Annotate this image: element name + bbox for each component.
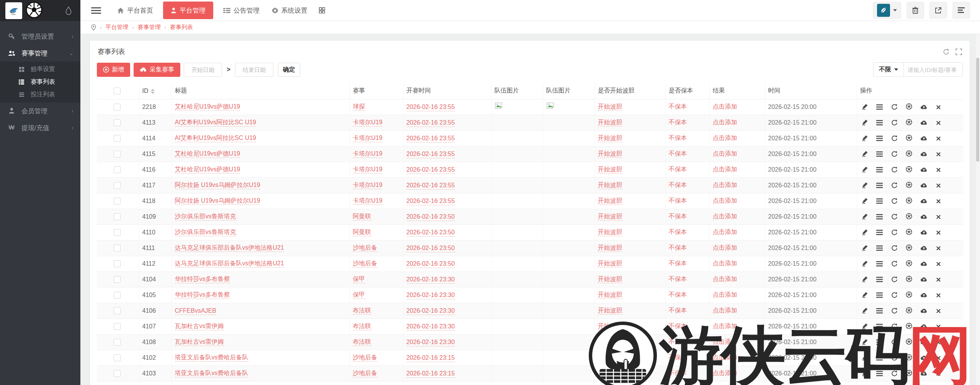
guarantee-link[interactable]: 不保本	[669, 103, 687, 110]
league-link[interactable]: 卡塔尔U19	[353, 182, 382, 189]
kickoff-time-link[interactable]: 2026-02-16 23:55	[407, 151, 455, 158]
edit-icon[interactable]	[860, 196, 870, 205]
soccer-icon[interactable]	[904, 275, 914, 284]
user-avatar-dropdown[interactable]	[873, 2, 901, 19]
match-title-link[interactable]: 华拉特莎vs多布鲁察	[175, 276, 230, 283]
league-link[interactable]: 阿曼联	[353, 229, 371, 236]
add-result-link[interactable]: 点击添加	[713, 370, 737, 376]
list-icon[interactable]	[875, 181, 885, 190]
row-checkbox[interactable]	[114, 166, 121, 173]
kickoff-time-link[interactable]: 2026-02-16 23:50	[407, 245, 455, 252]
kickoff-time-link[interactable]: 2026-02-16 23:30	[407, 276, 455, 284]
kickoff-time-link[interactable]: 2026-02-16 23:50	[407, 260, 455, 268]
start-odds-link[interactable]: 开始波胆	[598, 354, 622, 362]
list-icon[interactable]	[875, 212, 885, 221]
guarantee-link[interactable]: 不保本	[669, 307, 687, 314]
row-checkbox[interactable]	[114, 339, 121, 346]
list-icon[interactable]	[875, 369, 885, 378]
add-result-link[interactable]: 点击添加	[713, 213, 737, 219]
soccer-icon[interactable]	[904, 196, 914, 205]
start-odds-link[interactable]: 开始波胆	[598, 166, 622, 174]
soccer-icon[interactable]	[904, 322, 914, 331]
delete-icon[interactable]	[934, 213, 944, 222]
cloud-upload-icon[interactable]	[919, 102, 929, 112]
soccer-icon[interactable]	[904, 337, 914, 346]
list-icon[interactable]	[875, 244, 885, 253]
guarantee-link[interactable]: 不保本	[669, 276, 687, 282]
league-link[interactable]: 卡塔尔U19	[353, 150, 382, 158]
delete-icon[interactable]	[934, 291, 944, 300]
match-title-link[interactable]: 塔亚文后备队vs费哈后备队	[175, 354, 248, 362]
match-title-link[interactable]: 艾杜哈尼U19vs萨德U19	[175, 166, 240, 174]
end-date-input[interactable]	[235, 63, 273, 77]
start-odds-link[interactable]: 开始波胆	[598, 119, 622, 127]
brand-logo[interactable]	[5, 2, 22, 19]
start-odds-link[interactable]: 开始波胆	[598, 291, 622, 299]
cloud-upload-icon[interactable]	[919, 212, 929, 221]
edit-icon[interactable]	[860, 353, 870, 362]
edit-icon[interactable]	[860, 275, 870, 284]
refresh-icon[interactable]	[889, 306, 899, 315]
match-title-link[interactable]: AI艾希利U19vs阿拉比SC U19	[175, 135, 256, 142]
cloud-upload-icon[interactable]	[919, 322, 929, 331]
sidebar-item-member-management[interactable]: 会员管理 ‹	[0, 102, 80, 119]
match-title-link[interactable]: 沙尔俱乐部vs鲁斯塔克	[175, 229, 236, 236]
add-result-link[interactable]: 点击添加	[713, 166, 737, 172]
soccer-icon[interactable]	[904, 243, 914, 252]
refresh-icon[interactable]	[889, 180, 899, 190]
row-checkbox[interactable]	[114, 260, 121, 267]
cloud-upload-icon[interactable]	[919, 259, 929, 268]
add-result-link[interactable]: 点击添加	[713, 135, 737, 141]
cloud-upload-icon[interactable]	[919, 197, 929, 206]
guarantee-link[interactable]: 不保本	[669, 166, 687, 172]
kickoff-time-link[interactable]: 2026-02-16 23:50	[407, 229, 455, 237]
delete-icon[interactable]	[934, 197, 944, 206]
cloud-upload-icon[interactable]	[919, 118, 929, 127]
add-result-link[interactable]: 点击添加	[713, 307, 737, 314]
delete-icon[interactable]	[934, 369, 944, 379]
sidebar-item-odds-settings[interactable]: 赔率设置	[0, 63, 80, 76]
delete-icon[interactable]	[934, 181, 944, 190]
league-link[interactable]: 卡塔尔U19	[353, 135, 382, 142]
refresh-icon[interactable]	[889, 259, 899, 268]
guarantee-link[interactable]: 不保本	[669, 197, 687, 204]
start-odds-link[interactable]: 开始波胆	[598, 229, 622, 236]
row-checkbox[interactable]	[114, 370, 121, 377]
match-title-link[interactable]: CFFEBvsAJEB	[175, 307, 216, 315]
sidebar-item-bet-list[interactable]: 投注列表	[0, 88, 80, 101]
list-icon[interactable]	[875, 353, 885, 362]
soccer-icon[interactable]	[904, 353, 914, 362]
list-icon[interactable]	[875, 149, 885, 159]
soccer-icon[interactable]	[904, 165, 914, 174]
cloud-upload-icon[interactable]	[919, 353, 929, 362]
task-list-button[interactable]	[952, 2, 970, 19]
sort-icon[interactable]	[151, 89, 155, 94]
kickoff-time-link[interactable]: 2026-02-16 23:30	[407, 323, 455, 331]
soccer-icon[interactable]	[904, 149, 914, 158]
refresh-icon[interactable]	[889, 353, 899, 362]
guarantee-link[interactable]: 不保本	[669, 370, 687, 376]
add-result-link[interactable]: 点击添加	[713, 103, 737, 110]
start-odds-link[interactable]: 开始波胆	[598, 150, 622, 158]
start-odds-link[interactable]: 开始波胆	[598, 323, 622, 330]
soccer-icon[interactable]	[904, 118, 914, 127]
apps-grid-icon[interactable]	[319, 7, 325, 13]
droplet-icon[interactable]	[65, 6, 72, 17]
refresh-icon[interactable]	[889, 337, 899, 346]
match-title-link[interactable]: 艾杜哈尼U19vs萨德U19	[175, 103, 240, 111]
nav-item-platform-management[interactable]: 平台管理	[163, 2, 213, 19]
edit-icon[interactable]	[860, 165, 870, 174]
collect-matches-button[interactable]: 采集赛事	[134, 63, 180, 77]
soccer-icon[interactable]	[904, 133, 914, 143]
add-result-link[interactable]: 点击添加	[713, 150, 737, 157]
refresh-icon[interactable]	[889, 149, 899, 158]
list-icon[interactable]	[875, 134, 885, 143]
refresh-icon[interactable]	[889, 243, 899, 252]
list-icon[interactable]	[875, 275, 885, 284]
kickoff-time-link[interactable]: 2026-02-16 23:15	[407, 370, 455, 378]
kickoff-time-link[interactable]: 2026-02-16 23:30	[407, 307, 455, 315]
edit-icon[interactable]	[860, 102, 870, 111]
cloud-upload-icon[interactable]	[919, 165, 929, 174]
add-result-link[interactable]: 点击添加	[713, 197, 737, 204]
guarantee-link[interactable]: 不保本	[669, 354, 687, 361]
